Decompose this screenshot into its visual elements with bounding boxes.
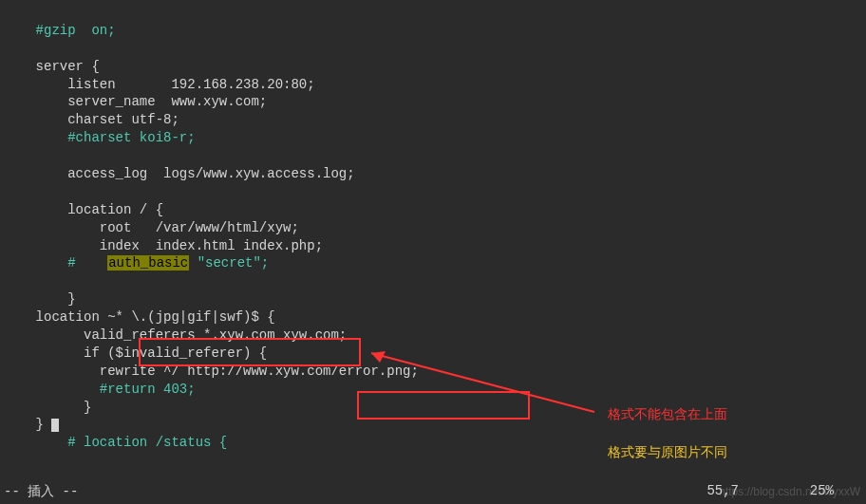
watermark: https://blog.csdn.net/lvyxxW [719,485,860,498]
code-line: listen 192.168.238.20:80; [4,77,315,92]
code-line: server { [4,59,100,74]
highlight-auth-basic: auth_basic [107,255,189,271]
cursor-icon [51,419,59,432]
code-line: location ~* \.(jpg|gif|swf)$ { [4,309,275,325]
code-line: index index.html index.php; [4,238,323,253]
code-line: root /var/www/html/xyw; [4,220,299,235]
code-line: } [4,417,59,432]
code-line: rewrite ^/ http://www.xyw.com/error.png; [4,364,419,379]
annotation-red: 格式不能包含在上面 [608,406,727,423]
code-line: server_name www.xyw.com; [4,94,267,109]
code-line: charset utf-8; [4,112,179,127]
code-line: #charset koi8-r; [4,130,196,145]
code-line: location / { [4,202,163,217]
code-line: #return 403; [4,382,196,397]
code-line: valid_referers *.xyw.com xyw.com; [4,327,347,343]
annotation-yellow: 格式要与原图片不同 [608,444,727,461]
code-line: #gzip on; [4,23,116,38]
code-line: access_log logs/www.xyw.access.log; [4,166,355,181]
code-line: if ($invalid_referer) { [4,345,267,361]
code-line: } [4,291,76,307]
code-line: # location /status { [4,435,227,450]
code-editor[interactable]: #gzip on; server { listen 192.168.238.20… [0,0,866,452]
vim-mode: -- 插入 -- [4,484,78,499]
code-line: # auth_basic "secret"; [4,255,269,271]
code-line: } [4,400,91,415]
